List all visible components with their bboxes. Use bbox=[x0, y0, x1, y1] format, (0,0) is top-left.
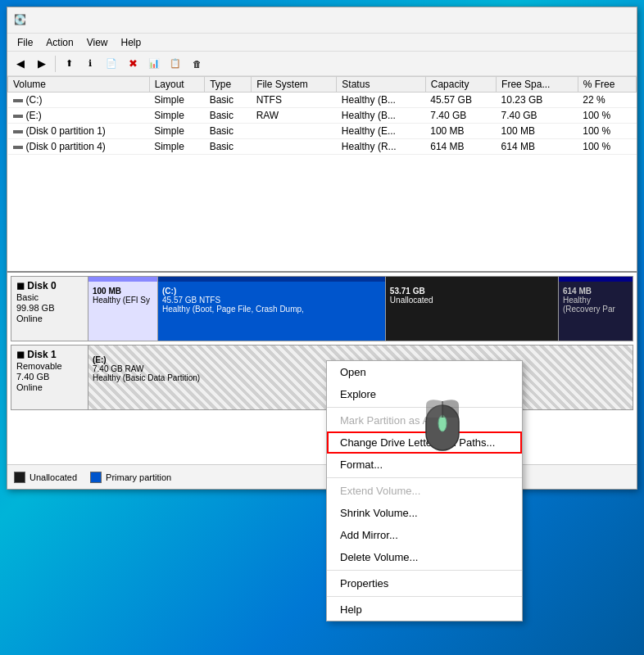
toolbar-forward[interactable]: ▶ bbox=[32, 55, 52, 73]
toolbar-up[interactable]: ⬆ bbox=[59, 55, 79, 73]
col-capacity[interactable]: Capacity bbox=[425, 77, 496, 93]
volume-table: Volume Layout Type File System Status Ca… bbox=[7, 76, 637, 155]
toolbar-chart[interactable]: 📊 bbox=[144, 55, 164, 73]
legend-primary-box bbox=[90, 472, 102, 483]
cell-type: Basic bbox=[205, 93, 252, 108]
menu-help[interactable]: Help bbox=[115, 35, 148, 50]
cell-type: Basic bbox=[205, 139, 252, 155]
menu-file[interactable]: File bbox=[11, 35, 39, 50]
context-menu: OpenExploreMark Partition as ActiveChang… bbox=[326, 360, 523, 621]
toolbar-export[interactable]: 🗑 bbox=[187, 55, 206, 73]
disk0-name: ◼ Disk 0 bbox=[16, 280, 83, 291]
recovery-label: 614 MB bbox=[563, 287, 628, 296]
cell-volume: (C:) bbox=[8, 93, 150, 108]
ctx-item-open[interactable]: Open bbox=[327, 361, 522, 383]
col-layout[interactable]: Layout bbox=[149, 77, 205, 93]
col-free[interactable]: Free Spa... bbox=[497, 77, 578, 93]
cell-pct: 100 % bbox=[578, 139, 636, 155]
window-icon: 💽 bbox=[14, 14, 27, 27]
disk1-type: Removable bbox=[16, 361, 83, 371]
ctx-item-change-drive[interactable]: Change Drive Letter and Paths... bbox=[327, 431, 522, 454]
recovery-top-bar bbox=[559, 277, 633, 282]
disk0-row: ◼ Disk 0 Basic 99.98 GB Online 100 MB He… bbox=[11, 276, 633, 341]
cell-free: 614 MB bbox=[497, 139, 578, 155]
ctx-item-properties[interactable]: Properties bbox=[327, 572, 522, 594]
efi-top-bar bbox=[88, 277, 157, 282]
system-top-bar bbox=[158, 277, 385, 282]
cell-layout: Simple bbox=[149, 93, 205, 108]
cell-layout: Simple bbox=[149, 139, 205, 155]
ctx-item-add-mirror[interactable]: Add Mirror... bbox=[327, 524, 522, 546]
ctx-item-format[interactable]: Format... bbox=[327, 454, 522, 476]
efi-label: 100 MB bbox=[93, 287, 153, 296]
table-row[interactable]: (C:) Simple Basic NTFS Healthy (B... 45.… bbox=[8, 93, 637, 108]
col-status[interactable]: Status bbox=[337, 77, 425, 93]
disk0-partitions: 100 MB Healthy (EFI Sy (C:) 45.57 GB NTF… bbox=[88, 276, 633, 341]
recovery-sublabel: Healthy (Recovery Par bbox=[563, 296, 628, 314]
cell-layout: Simple bbox=[149, 124, 205, 139]
system-sublabel: 45.57 GB NTFS bbox=[162, 296, 381, 305]
maximize-button[interactable] bbox=[555, 7, 592, 34]
cell-capacity: 45.57 GB bbox=[425, 93, 496, 108]
ctx-sep-separator4 bbox=[327, 596, 522, 597]
table-header-row: Volume Layout Type File System Status Ca… bbox=[8, 77, 637, 93]
ctx-item-help[interactable]: Help bbox=[327, 599, 522, 621]
toolbar-sep1 bbox=[55, 56, 56, 72]
toolbar-doc[interactable]: 📋 bbox=[166, 55, 185, 73]
toolbar-info[interactable]: ℹ bbox=[80, 55, 100, 73]
legend-bar: Unallocated Primary partition bbox=[7, 464, 637, 489]
disk-management-window: 💽 File Action View Help ◀ ▶ ⬆ ℹ 📄 ✖ 📊 📋 … bbox=[7, 7, 637, 490]
minimize-button[interactable] bbox=[517, 7, 555, 34]
disk0-label: ◼ Disk 0 Basic 99.98 GB Online bbox=[11, 276, 88, 341]
col-pct[interactable]: % Free bbox=[578, 77, 636, 93]
toolbar-new[interactable]: 📄 bbox=[102, 55, 121, 73]
disk1-status: Online bbox=[16, 382, 83, 392]
table-row[interactable]: (Disk 0 partition 1) Simple Basic Health… bbox=[8, 124, 637, 139]
cell-capacity: 100 MB bbox=[425, 124, 496, 139]
ctx-sep-separator1 bbox=[327, 407, 522, 408]
col-filesystem[interactable]: File System bbox=[252, 77, 337, 93]
close-button[interactable] bbox=[592, 7, 630, 34]
disk1-row: ◼ Disk 1 Removable 7.40 GB Online (E:) 7… bbox=[11, 345, 633, 410]
disk0-efi-partition[interactable]: 100 MB Healthy (EFI Sy bbox=[88, 277, 158, 341]
col-volume[interactable]: Volume bbox=[8, 77, 150, 93]
col-type[interactable]: Type bbox=[205, 77, 252, 93]
cell-status: Healthy (R... bbox=[337, 139, 425, 155]
toolbar: ◀ ▶ ⬆ ℹ 📄 ✖ 📊 📋 🗑 bbox=[7, 52, 637, 76]
table-row[interactable]: (E:) Simple Basic RAW Healthy (B... 7.40… bbox=[8, 108, 637, 124]
legend-unallocated-box bbox=[14, 472, 25, 483]
cell-volume: (E:) bbox=[8, 108, 150, 124]
disk0-status: Online bbox=[16, 314, 83, 323]
cell-capacity: 614 MB bbox=[425, 139, 496, 155]
ctx-item-shrink[interactable]: Shrink Volume... bbox=[327, 502, 522, 524]
cell-volume: (Disk 0 partition 4) bbox=[8, 139, 150, 155]
legend-unallocated: Unallocated bbox=[14, 472, 77, 483]
menu-action[interactable]: Action bbox=[39, 35, 79, 50]
cell-pct: 22 % bbox=[578, 93, 636, 108]
toolbar-delete[interactable]: ✖ bbox=[123, 55, 143, 73]
cell-fs bbox=[252, 124, 337, 139]
ctx-item-delete[interactable]: Delete Volume... bbox=[327, 546, 522, 568]
disk1-label: ◼ Disk 1 Removable 7.40 GB Online bbox=[11, 345, 88, 410]
legend-unallocated-label: Unallocated bbox=[29, 472, 77, 482]
disk-view-area: ◼ Disk 0 Basic 99.98 GB Online 100 MB He… bbox=[7, 273, 637, 464]
cell-type: Basic bbox=[205, 124, 252, 139]
legend-primary: Primary partition bbox=[90, 472, 171, 483]
disk0-size: 99.98 GB bbox=[16, 303, 83, 313]
disk0-unallocated[interactable]: 53.71 GB Unallocated bbox=[386, 277, 559, 341]
toolbar-back[interactable]: ◀ bbox=[11, 55, 30, 73]
menu-view[interactable]: View bbox=[80, 35, 115, 50]
unallocated-sublabel: Unallocated bbox=[390, 296, 554, 305]
cell-volume: (Disk 0 partition 1) bbox=[8, 124, 150, 139]
disk0-type: Basic bbox=[16, 292, 83, 302]
ctx-sep-separator2 bbox=[327, 477, 522, 478]
ctx-item-explore[interactable]: Explore bbox=[327, 383, 522, 405]
system-detail: Healthy (Boot, Page File, Crash Dump, bbox=[162, 305, 381, 314]
disk0-recovery-partition[interactable]: 614 MB Healthy (Recovery Par bbox=[559, 277, 633, 341]
disk1-name: ◼ Disk 1 bbox=[16, 349, 83, 360]
table-row[interactable]: (Disk 0 partition 4) Simple Basic Health… bbox=[8, 139, 637, 155]
cell-pct: 100 % bbox=[578, 108, 636, 124]
disk0-system-partition[interactable]: (C:) 45.57 GB NTFS Healthy (Boot, Page F… bbox=[158, 277, 386, 341]
window-controls bbox=[517, 7, 630, 34]
cell-fs: NTFS bbox=[252, 93, 337, 108]
